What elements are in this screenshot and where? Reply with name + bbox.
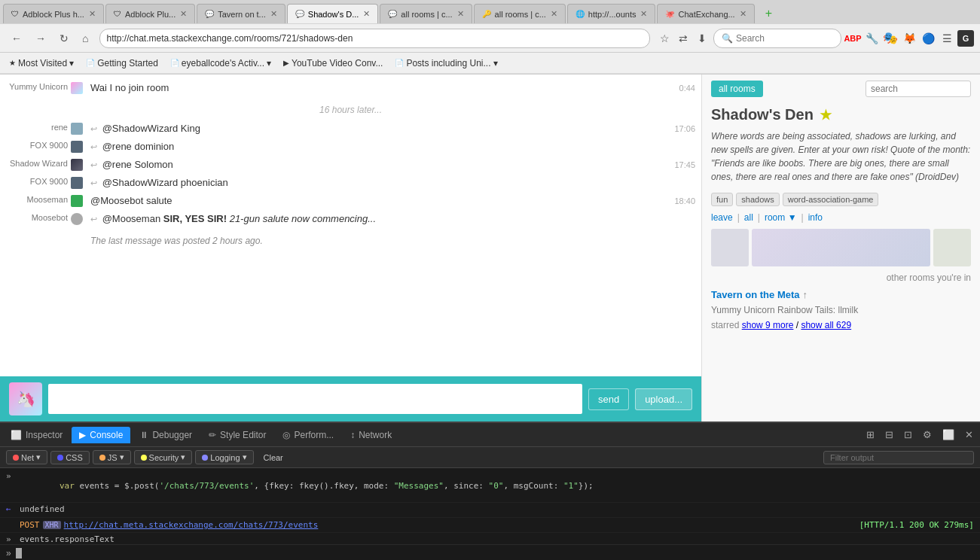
tab-adblock-1[interactable]: 🛡 Adblock Plus h... ✕ <box>3 4 104 23</box>
upload-button[interactable]: upload... <box>635 388 692 410</box>
back-button[interactable]: ← <box>6 29 27 47</box>
extension-icon-3[interactable]: 🦊 <box>901 30 917 47</box>
devtools-close-btn[interactable]: ✕ <box>961 427 977 443</box>
sidebar-search-input[interactable] <box>866 81 971 97</box>
console-output[interactable]: » var events = $.post('/chats/773/events… <box>0 468 980 544</box>
security-arrow: ▾ <box>181 452 185 462</box>
search-bar[interactable]: 🔍 <box>713 29 841 48</box>
abp-icon[interactable]: ABP <box>844 30 861 47</box>
extension-icon-2[interactable]: 🎭 <box>882 30 899 47</box>
bookmark-getting-started[interactable]: 📄 Getting Started <box>83 56 161 70</box>
menu-icon[interactable]: ☰ <box>939 30 955 47</box>
username-shadow: Shadow Wizard <box>10 159 68 168</box>
devtool-tab-performance[interactable]: ◎ Perform... <box>275 427 341 443</box>
bookmark-icon[interactable]: ☆ <box>656 30 673 47</box>
tab-chatexchange[interactable]: 🐙 ChatExchang... ✕ <box>657 4 754 23</box>
network-icon: ↕ <box>350 430 355 440</box>
tab-adblock-2[interactable]: 🛡 Adblock Plu... ✕ <box>105 4 195 23</box>
extension-icon-4[interactable]: 🔵 <box>920 30 936 47</box>
css-filter[interactable]: CSS <box>50 451 90 464</box>
net-filter[interactable]: Net ▾ <box>6 450 47 464</box>
bookmark-eyeballcode[interactable]: 📄 eyeballcode's Activ... ▾ <box>167 56 274 70</box>
tab-tavern[interactable]: 💬 Tavern on t... ✕ <box>197 4 285 23</box>
url-bar[interactable]: http://chat.meta.stackexchange.com/rooms… <box>99 29 650 48</box>
tag-shadows[interactable]: shadows <box>736 193 779 206</box>
console-label: Console <box>90 430 123 440</box>
tab-close-5[interactable]: ✕ <box>457 9 464 19</box>
info-link[interactable]: info <box>808 212 823 223</box>
tag-word-association[interactable]: word-association-game <box>783 193 879 206</box>
console-arrow-2: ← <box>6 504 15 514</box>
all-link[interactable]: all <box>744 212 753 223</box>
tab-close-7[interactable]: ✕ <box>640 9 647 19</box>
tab-close-4[interactable]: ✕ <box>363 9 370 19</box>
tab-close-8[interactable]: ✕ <box>740 9 746 19</box>
youtube-label: YouTube Video Conv... <box>292 58 383 68</box>
sync-icon[interactable]: ⇄ <box>675 30 691 47</box>
tavern-link[interactable]: Tavern on the Meta <box>711 289 800 300</box>
tab-close-2[interactable]: ✕ <box>180 9 187 19</box>
msg-time-1: 0:44 <box>679 84 695 93</box>
leave-link[interactable]: leave <box>711 212 733 223</box>
eyeballcode-arrow: ▾ <box>267 58 271 68</box>
devtool-tab-console[interactable]: ▶ Console <box>72 427 130 443</box>
bookmark-posts[interactable]: 📄 Posts including Uni... ▾ <box>392 56 500 70</box>
console-arrow-1: » <box>6 471 15 481</box>
new-tab-button[interactable]: + <box>759 4 778 23</box>
clear-button[interactable]: Clear <box>257 451 290 464</box>
net-arrow: ▾ <box>36 452 41 462</box>
devtools-detach-btn[interactable]: ⬜ <box>939 427 958 443</box>
bookmark-youtube[interactable]: ▶ YouTube Video Conv... <box>280 56 386 70</box>
devtool-tab-style-editor[interactable]: ✏ Style Editor <box>201 427 273 443</box>
tab-close-1[interactable]: ✕ <box>89 9 96 19</box>
devtools-split-btn[interactable]: ⊟ <box>881 427 897 443</box>
tag-fun[interactable]: fun <box>711 193 733 206</box>
bookmark-most-visited[interactable]: ★ Most Visited ▾ <box>6 56 77 70</box>
console-row-4: » events.responseText <box>0 533 980 544</box>
tab-close-6[interactable]: ✕ <box>551 9 557 19</box>
js-filter[interactable]: JS ▾ <box>93 450 131 464</box>
room-star[interactable]: ★ <box>820 107 832 123</box>
msg-time-shadow: 17:45 <box>674 160 695 169</box>
show-all-starred[interactable]: show all 629 <box>801 320 851 330</box>
inspector-label: Inspector <box>26 430 63 440</box>
download-icon[interactable]: ⬇ <box>694 30 710 47</box>
search-input[interactable] <box>736 33 833 44</box>
shield-icon[interactable]: G <box>957 30 974 47</box>
messages-container[interactable]: Yummy Unicorn Wai I no join room 0:44 16… <box>0 75 701 376</box>
links-sep-2: | <box>758 212 760 223</box>
devtool-tab-debugger[interactable]: ⏸ Debugger <box>132 427 200 443</box>
room-tags: fun shadows word-association-game <box>702 190 980 209</box>
devtool-tab-inspector[interactable]: ⬜ Inspector <box>3 427 70 443</box>
devtools-dock-btn[interactable]: ⊡ <box>900 427 916 443</box>
devtool-tab-network[interactable]: ↕ Network <box>343 427 399 443</box>
post-url[interactable]: http://chat.meta.stackexchange.com/chats… <box>64 520 859 530</box>
tab-label-3: Tavern on t... <box>218 10 266 19</box>
devtools-settings-btn[interactable]: ⚙ <box>919 427 936 443</box>
send-button[interactable]: send <box>588 388 629 410</box>
tab-allrooms-1[interactable]: 💬 all rooms | c... ✕ <box>380 4 472 23</box>
avatar-yummy <box>71 82 83 94</box>
message-input[interactable] <box>48 384 582 414</box>
avatar-col-1: Yummy Unicorn <box>6 82 89 94</box>
console-row-3: POST XHR http://chat.meta.stackexchange.… <box>0 518 980 533</box>
tab-close-3[interactable]: ✕ <box>270 9 277 19</box>
devtools-grid-btn[interactable]: ⊞ <box>862 427 878 443</box>
room-dropdown-link[interactable]: room ▼ <box>765 212 797 223</box>
tab-allrooms-2[interactable]: 🔑 all rooms | c... ✕ <box>474 4 566 23</box>
net-label: Net <box>21 453 34 462</box>
tab-http[interactable]: 🌐 http://...ounts ✕ <box>567 4 656 23</box>
filter-output-input[interactable] <box>823 451 974 464</box>
security-filter[interactable]: Security ▾ <box>134 450 193 464</box>
extension-icon-1[interactable]: 🔧 <box>863 30 880 47</box>
net-dot <box>13 455 19 461</box>
post-method: POST <box>20 520 40 530</box>
tab-shadows-den[interactable]: 💬 Shadow's D... ✕ <box>287 4 379 23</box>
home-button[interactable]: ⌂ <box>77 29 93 47</box>
forward-button[interactable]: → <box>30 29 51 47</box>
show-more-starred[interactable]: show 9 more <box>742 320 794 330</box>
logging-filter[interactable]: Logging ▾ <box>195 450 253 464</box>
all-rooms-button[interactable]: all rooms <box>711 81 763 97</box>
reload-button[interactable]: ↻ <box>54 29 74 47</box>
msg-text-shadow: ↩ @rene Solomon <box>89 159 668 170</box>
